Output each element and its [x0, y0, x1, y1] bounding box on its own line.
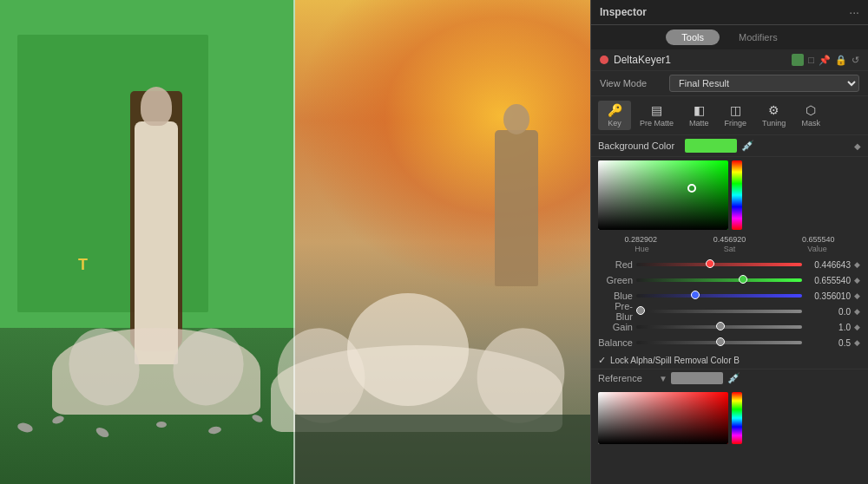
tool-tab-matte[interactable]: ◧ Matte — [682, 101, 716, 130]
val-label: Value — [793, 245, 841, 253]
reference-swatch[interactable] — [671, 372, 723, 384]
reference-row: Reference ▼ 💉 — [591, 369, 868, 387]
balance-slider-track[interactable] — [636, 341, 802, 344]
balance-slider-row: Balance 0.5 ◆ — [598, 335, 861, 350]
gain-diamond: ◆ — [854, 323, 861, 331]
view-mode-row: View Mode Final Result Matte Source Stat… — [591, 71, 868, 96]
background-color-row: Background Color 💉 ◆ — [591, 135, 868, 157]
key-icon: 🔑 — [608, 103, 622, 117]
green-slider-track[interactable] — [636, 278, 802, 282]
blue-slider-row: Blue 0.356010 ◆ — [598, 288, 861, 304]
preblur-slider-track[interactable] — [636, 310, 802, 313]
red-slider-row: Red 0.446643 ◆ — [598, 257, 861, 272]
blue-label: Blue — [598, 291, 633, 301]
tuning-icon: ⚙ — [768, 103, 779, 117]
gain-value: 1.0 — [806, 323, 851, 332]
matte-icon: ◧ — [694, 103, 705, 117]
node-icon-1[interactable]: □ — [808, 55, 814, 65]
balance-diamond: ◆ — [854, 338, 861, 347]
lotus-center — [347, 293, 469, 406]
scene-left: T — [0, 0, 295, 484]
hsv-val-value: 0.655540 — [802, 235, 835, 244]
color-gradient-box[interactable] — [598, 160, 728, 230]
node-color-swatch[interactable] — [792, 54, 804, 66]
tab-tools[interactable]: Tools — [666, 29, 720, 45]
check-icon: ✓ — [598, 355, 606, 366]
bottom-gradient-dark — [598, 392, 728, 444]
tab-modifiers[interactable]: Modifiers — [723, 29, 793, 45]
fringe-icon: ◫ — [730, 103, 741, 117]
bg-color-diamond[interactable]: ◆ — [854, 141, 861, 151]
node-name: DeltaKeyer1 — [614, 54, 792, 66]
node-row: DeltaKeyer1 □ 📌 🔒 ↺ — [591, 49, 868, 71]
view-mode-select[interactable]: Final Result Matte Source Status — [669, 75, 859, 92]
node-actions: □ 📌 🔒 ↺ — [792, 54, 859, 66]
blue-value: 0.356010 — [806, 291, 851, 301]
tool-tab-key[interactable]: 🔑 Key — [598, 101, 631, 130]
tool-tab-fringe[interactable]: ◫ Fringe — [718, 101, 754, 130]
inspector-tab-bar: Tools Modifiers — [591, 25, 868, 49]
mask-label: Mask — [801, 119, 820, 128]
background-color-label: Background Color — [598, 141, 685, 151]
hsv-values-row: 0.282902 0.456920 0.655540 — [591, 233, 868, 245]
green-diamond: ◆ — [854, 276, 861, 285]
inspector-panel: Inspector ··· Tools Modifiers DeltaKeyer… — [590, 0, 868, 484]
blue-slider-track[interactable] — [636, 294, 802, 298]
scattered-petals — [0, 380, 295, 449]
slider-section: Red 0.446643 ◆ Green 0.655540 ◆ Blue 0.3… — [591, 255, 868, 352]
green-slider-row: Green 0.655540 ◆ — [598, 272, 861, 288]
reference-eyedropper[interactable]: 💉 — [727, 372, 740, 384]
balance-slider-thumb — [716, 337, 725, 346]
fringe-label: Fringe — [725, 119, 747, 128]
bottom-gradient-box[interactable] — [598, 392, 728, 444]
gain-slider-track[interactable] — [636, 325, 802, 329]
mask-icon: ⬡ — [806, 103, 816, 117]
inspector-title: Inspector — [600, 6, 647, 18]
reference-label: Reference — [598, 373, 659, 383]
scene-divider — [293, 0, 295, 484]
red-label: Red — [598, 259, 633, 270]
sat-label: Sat — [706, 245, 753, 253]
lotus-flowers-right — [278, 293, 564, 432]
right-figure-head — [503, 104, 529, 134]
lock-alpha-row: ✓ Lock Alpha/Spill Removal Color B — [591, 352, 868, 369]
tool-tab-bar: 🔑 Key ▤ Pre Matte ◧ Matte ◫ Fringe ⚙ Tun… — [591, 96, 868, 135]
bottom-hue-slider[interactable] — [732, 392, 742, 444]
background-color-swatch[interactable] — [685, 139, 737, 153]
reference-expand-icon[interactable]: ▼ — [659, 374, 667, 383]
eyedropper-icon[interactable]: 💉 — [741, 140, 754, 152]
balance-value: 0.5 — [806, 338, 851, 348]
node-icon-reset[interactable]: ↺ — [852, 55, 859, 66]
color-picker-area — [591, 157, 868, 233]
red-diamond: ◆ — [854, 260, 861, 269]
red-slider-thumb — [706, 259, 714, 268]
preblur-value: 0.0 — [806, 307, 851, 317]
color-picker-cursor — [687, 184, 696, 193]
hsv-labels-row: Hue Sat Value — [591, 245, 868, 255]
lock-alpha-label: Lock Alpha/Spill Removal Color B — [610, 356, 740, 365]
tool-tab-tuning[interactable]: ⚙ Tuning — [755, 101, 792, 130]
gradient-dark — [598, 160, 728, 230]
bottom-color-picker — [591, 389, 868, 448]
green-label: Green — [598, 275, 633, 285]
gain-slider-row: Gain 1.0 ◆ — [598, 319, 861, 335]
inspector-header: Inspector ··· — [591, 0, 868, 25]
prematte-label: Pre Matte — [640, 119, 674, 128]
video-panel: T — [0, 0, 590, 484]
tool-tab-prematte[interactable]: ▤ Pre Matte — [633, 101, 681, 130]
tool-tab-mask[interactable]: ⬡ Mask — [794, 101, 827, 130]
view-mode-label: View Mode — [600, 78, 669, 88]
hue-slider[interactable] — [732, 160, 742, 230]
key-label: Key — [608, 119, 621, 128]
blue-diamond: ◆ — [854, 291, 861, 300]
tuning-label: Tuning — [762, 119, 786, 128]
node-icon-lock[interactable]: 🔒 — [835, 55, 847, 66]
red-value: 0.446643 — [806, 260, 851, 270]
red-slider-track[interactable] — [636, 263, 802, 266]
blue-slider-thumb — [691, 291, 700, 299]
ground-right — [295, 415, 590, 484]
inspector-more-button[interactable]: ··· — [849, 5, 859, 19]
node-icon-2[interactable]: 📌 — [819, 55, 831, 66]
gain-slider-thumb — [716, 322, 725, 330]
hsv-sat-value: 0.456920 — [713, 235, 746, 244]
